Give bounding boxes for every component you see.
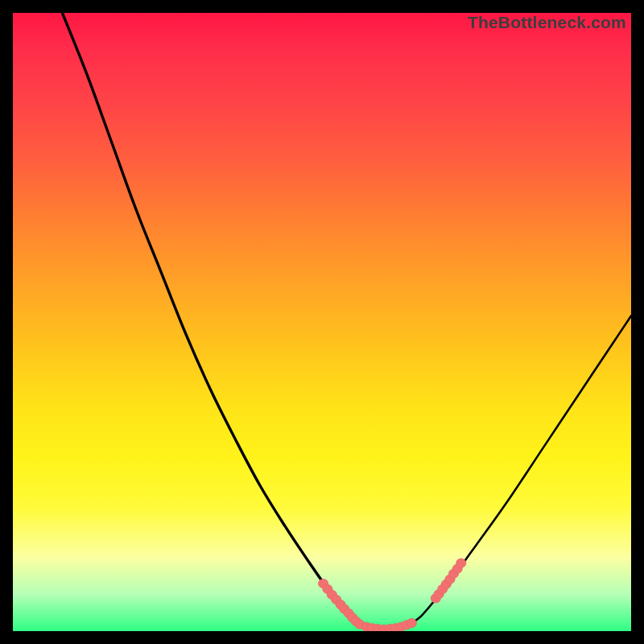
data-marker — [456, 559, 466, 568]
curve-group — [62, 13, 631, 629]
plot-area: TheBottleneck.com — [13, 13, 631, 631]
chart-svg — [13, 13, 631, 631]
data-marker — [407, 618, 416, 627]
chart-frame: TheBottleneck.com — [0, 0, 644, 644]
markers-left-cluster — [318, 579, 365, 629]
curve-right — [411, 316, 631, 623]
curve-left — [62, 13, 356, 623]
markers-right-cluster — [431, 559, 466, 603]
markers-center-cluster — [361, 618, 416, 631]
